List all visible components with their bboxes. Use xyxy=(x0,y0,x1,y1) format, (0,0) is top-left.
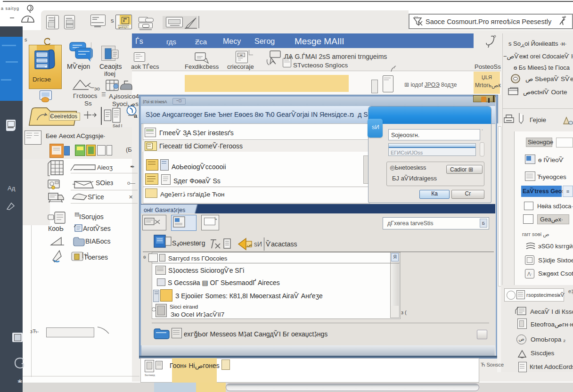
svg-text:эо: эо xyxy=(94,86,100,91)
svg-text:ص: ص xyxy=(247,242,252,247)
